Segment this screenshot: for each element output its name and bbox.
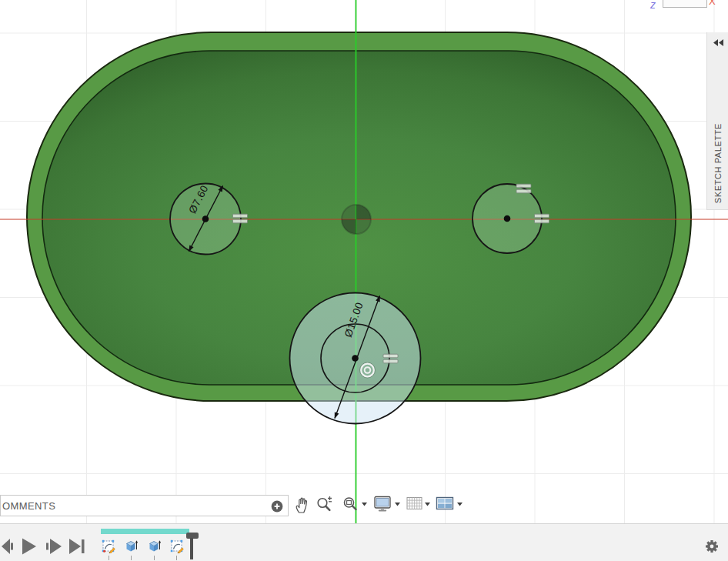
go-to-end-icon[interactable]: [69, 539, 85, 554]
viewcube-edge[interactable]: [663, 0, 707, 8]
grid-settings-icon[interactable]: [406, 496, 424, 513]
play-icon[interactable]: [22, 539, 36, 555]
step-back-icon[interactable]: [2, 539, 13, 554]
timeline-settings-gear-icon[interactable]: [704, 539, 720, 554]
timeline-bar: [0, 523, 728, 561]
pan-icon[interactable]: [293, 494, 312, 516]
timeline-tick: [109, 556, 109, 560]
viewport-canvas[interactable]: Ø7.60 Ø15.00 z: [0, 0, 728, 561]
timeline-feature-extrude-icon[interactable]: [148, 539, 162, 553]
viewports-icon[interactable]: [436, 496, 456, 513]
display-settings-icon[interactable]: [374, 495, 392, 513]
timeline-feature-sketch-icon[interactable]: [170, 539, 184, 553]
sketch-circle-right[interactable]: [473, 184, 542, 253]
display-settings-dropdown-icon[interactable]: [395, 503, 401, 506]
comments-bar[interactable]: OMMENTS: [0, 495, 289, 516]
grid-settings-dropdown-icon[interactable]: [425, 503, 431, 506]
timeline-progress-bar[interactable]: [101, 529, 189, 534]
zoom-icon[interactable]: [316, 495, 334, 515]
expand-palette-double-chevron-icon[interactable]: [713, 39, 723, 46]
fit-view-icon[interactable]: [342, 495, 360, 515]
viewports-dropdown-icon[interactable]: [457, 503, 463, 506]
origin-marker[interactable]: [342, 205, 371, 234]
sketch-palette-collapsed[interactable]: SKETCH PALETTE: [706, 32, 728, 210]
sketch-palette-title: SKETCH PALETTE: [713, 123, 723, 203]
timeline-tick: [176, 556, 177, 560]
timeline-tick: [154, 556, 155, 560]
step-forward-icon[interactable]: [46, 539, 62, 554]
timeline-tick: [131, 556, 132, 560]
axis-z-label: z: [650, 0, 656, 11]
timeline-feature-extrude-icon[interactable]: [125, 539, 139, 553]
timeline-marker-stem[interactable]: [190, 538, 193, 559]
comments-label: OMMENTS: [2, 500, 55, 512]
sketch-scene: Ø7.60 Ø15.00: [0, 0, 728, 561]
timeline-playback-controls: [2, 538, 88, 555]
fit-view-dropdown-icon[interactable]: [362, 503, 368, 506]
timeline-feature-sketch-icon[interactable]: [102, 539, 115, 553]
axis-x-label: X: [709, 0, 716, 7]
add-comment-icon[interactable]: [271, 500, 283, 513]
